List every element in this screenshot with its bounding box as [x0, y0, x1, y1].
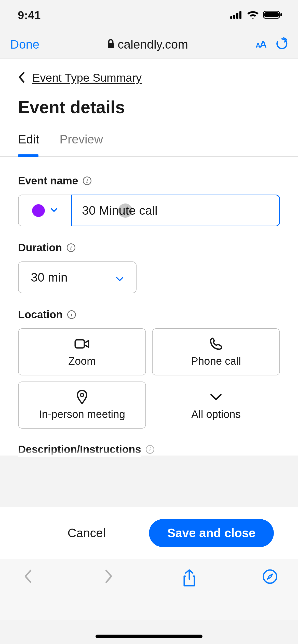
cancel-button[interactable]: Cancel [24, 526, 149, 540]
svg-point-9 [80, 393, 84, 397]
duration-label: Duration [18, 242, 62, 254]
location-inperson[interactable]: In-person meeting [18, 382, 146, 429]
duration-value: 30 min [31, 270, 67, 284]
event-name-label-row: Event name i [18, 175, 280, 187]
svg-rect-6 [280, 13, 282, 16]
svg-point-10 [263, 570, 277, 583]
duration-label-row: Duration i [18, 242, 280, 254]
status-time: 9:41 [18, 9, 41, 22]
location-label: Location [18, 309, 63, 321]
status-icons [230, 10, 283, 20]
description-label-row: Description/Instructions i [18, 429, 280, 456]
location-zoom[interactable]: Zoom [18, 328, 146, 375]
svg-rect-5 [264, 12, 279, 17]
safari-compass-button[interactable] [260, 569, 280, 584]
tabs: Edit Preview [0, 125, 298, 157]
url-display[interactable]: calendly.com [107, 37, 188, 51]
chevron-down-icon [210, 390, 222, 404]
info-icon[interactable]: i [67, 243, 75, 252]
chevron-down-icon [116, 270, 124, 284]
location-label-row: Location i [18, 309, 280, 321]
chevron-down-icon [50, 208, 58, 213]
location-phone-label: Phone call [191, 355, 241, 367]
svg-rect-2 [236, 13, 238, 19]
home-indicator[interactable] [96, 635, 202, 638]
location-zoom-label: Zoom [68, 355, 96, 367]
tab-edit[interactable]: Edit [18, 132, 39, 156]
svg-rect-0 [230, 16, 232, 19]
ios-status-bar: 9:41 [0, 0, 298, 31]
svg-rect-3 [239, 11, 241, 19]
svg-rect-8 [75, 340, 84, 348]
share-button[interactable] [179, 569, 199, 587]
safari-toolbar [0, 559, 298, 620]
reload-button[interactable] [276, 37, 288, 51]
event-name-row: 30 Minute call [18, 195, 280, 226]
info-icon[interactable]: i [67, 310, 76, 319]
cellular-icon [230, 11, 243, 20]
breadcrumb[interactable]: Event Type Summary [0, 58, 298, 87]
form-footer: Cancel Save and close [0, 507, 298, 559]
wifi-icon [247, 10, 259, 20]
event-name-label: Event name [18, 175, 78, 187]
duration-select[interactable]: 30 min [18, 261, 137, 293]
forward-button[interactable] [99, 569, 119, 584]
phone-icon [209, 337, 223, 351]
event-name-input[interactable]: 30 Minute call [71, 195, 280, 226]
svg-rect-1 [233, 15, 235, 19]
tab-preview[interactable]: Preview [60, 132, 103, 156]
location-phone[interactable]: Phone call [152, 328, 280, 375]
location-all-options[interactable]: All options [152, 382, 280, 429]
location-all-label: All options [191, 408, 241, 420]
description-label: Description/Instructions [18, 443, 141, 456]
safari-url-bar: Done calendly.com AA [0, 31, 298, 58]
location-inperson-label: In-person meeting [39, 408, 125, 420]
back-chevron-icon [18, 72, 25, 84]
info-icon[interactable]: i [146, 445, 154, 454]
form-area: Event name i 30 Minute call Duration i 3… [0, 157, 298, 456]
event-name-value: 30 Minute call [82, 203, 157, 217]
location-grid: Zoom Phone call In-person meeting All op… [18, 328, 280, 429]
map-pin-icon [76, 390, 88, 404]
page-title: Event details [0, 87, 298, 125]
save-and-close-button[interactable]: Save and close [149, 519, 274, 547]
battery-icon [263, 10, 283, 20]
breadcrumb-link[interactable]: Event Type Summary [32, 71, 142, 84]
info-icon[interactable]: i [83, 177, 91, 185]
svg-rect-7 [108, 43, 114, 48]
color-picker-button[interactable] [18, 195, 72, 226]
back-button[interactable] [18, 569, 38, 584]
video-icon [74, 337, 90, 351]
content-panel: Event Type Summary Event details Edit Pr… [0, 58, 298, 456]
text-size-button[interactable]: AA [256, 39, 266, 50]
lock-icon [107, 37, 115, 51]
url-text: calendly.com [118, 37, 188, 51]
color-swatch [32, 204, 45, 217]
done-button[interactable]: Done [10, 37, 39, 51]
